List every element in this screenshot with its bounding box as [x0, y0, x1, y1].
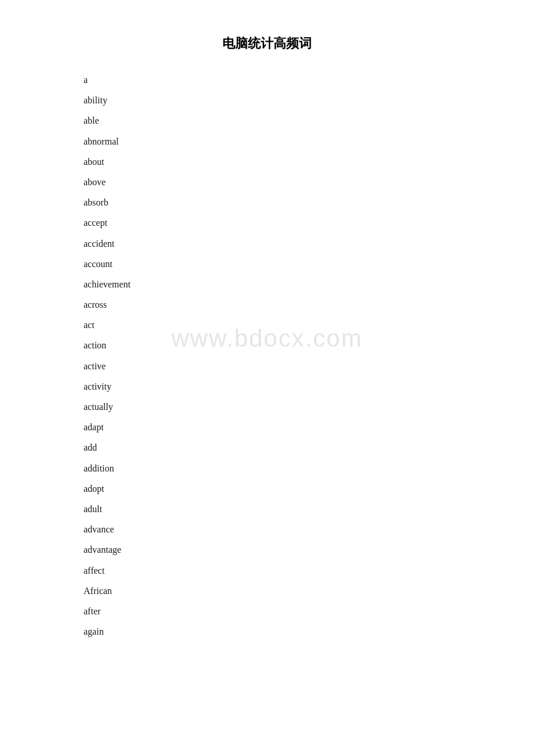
list-item: adult	[84, 499, 534, 519]
list-item: adapt	[84, 417, 534, 437]
list-item: ability	[84, 90, 534, 110]
list-item: absorb	[84, 192, 534, 213]
list-item: actually	[84, 397, 534, 417]
list-item: abnormal	[84, 131, 534, 152]
list-item: addition	[84, 458, 534, 478]
word-list: aabilityableabnormalaboutaboveabsorbacce…	[0, 70, 534, 642]
list-item: a	[84, 70, 534, 90]
list-item: able	[84, 110, 534, 131]
list-item: action	[84, 335, 534, 355]
list-item: after	[84, 601, 534, 621]
list-item: add	[84, 437, 534, 458]
list-item: affect	[84, 560, 534, 581]
list-item: achievement	[84, 274, 534, 294]
list-item: activity	[84, 376, 534, 397]
list-item: active	[84, 356, 534, 376]
list-item: account	[84, 254, 534, 274]
page-wrapper: www.bdocx.com 电脑统计高频词 aabilityableabnorm…	[0, 35, 534, 642]
list-item: act	[84, 315, 534, 335]
list-item: again	[84, 621, 534, 642]
list-item: adopt	[84, 478, 534, 499]
list-item: African	[84, 581, 534, 601]
list-item: accident	[84, 233, 534, 254]
list-item: advance	[84, 519, 534, 539]
list-item: accept	[84, 213, 534, 233]
list-item: across	[84, 294, 534, 315]
list-item: about	[84, 152, 534, 172]
list-item: advantage	[84, 539, 534, 560]
list-item: above	[84, 172, 534, 192]
page-title: 电脑统计高频词	[0, 35, 534, 52]
